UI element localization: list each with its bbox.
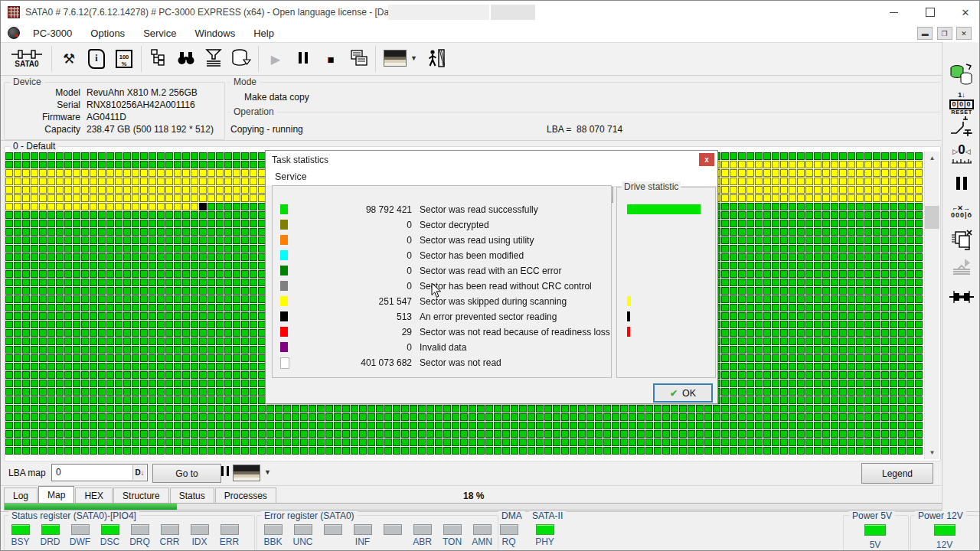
tab-status[interactable]: Status bbox=[170, 487, 214, 504]
toolbar-separator bbox=[141, 46, 142, 72]
menu-item-help[interactable]: Help bbox=[244, 26, 283, 41]
led-ton: TON bbox=[437, 524, 467, 547]
menu-bar: PC-3000OptionsServiceWindowsHelp ▬ ❐ ✕ bbox=[1, 24, 979, 42]
menu-item-pc-3000[interactable]: PC-3000 bbox=[24, 26, 81, 41]
CRR-led bbox=[161, 524, 179, 535]
led-label: UNC bbox=[288, 536, 318, 547]
ok-button[interactable]: ✔ OK bbox=[653, 383, 713, 403]
make-data-copy-button[interactable] bbox=[942, 62, 980, 90]
reset-counter-button[interactable]: 1↓0|0|0RESET bbox=[942, 90, 980, 117]
sata-terminal-button[interactable] bbox=[942, 284, 980, 311]
legend-color-chip bbox=[280, 204, 288, 214]
pause-button[interactable] bbox=[289, 46, 317, 72]
maximize-button[interactable] bbox=[918, 3, 942, 21]
zoom-100-button[interactable]: 100% bbox=[110, 46, 138, 72]
tab-processes[interactable]: Processes bbox=[215, 487, 276, 504]
search-button[interactable] bbox=[172, 46, 200, 72]
progress-bar bbox=[4, 503, 964, 510]
led-amn: AMN bbox=[467, 524, 497, 547]
legend-color-chip bbox=[280, 357, 289, 369]
progress-fill bbox=[5, 504, 177, 510]
pc3000-menu-icon bbox=[8, 27, 20, 39]
scroll-info-icon: i bbox=[88, 49, 105, 69]
map-mode-dropdown-icon[interactable]: ▼ bbox=[264, 468, 271, 476]
PHY-led bbox=[536, 524, 554, 535]
zoom-100-icon: 100% bbox=[116, 50, 132, 69]
map-label: 0 - Default bbox=[10, 141, 58, 152]
led-label: DSC bbox=[95, 536, 125, 547]
statistic-row: 0Sector decrypted bbox=[273, 217, 611, 233]
counter-clear-button[interactable]: ⌐✕→000|ō bbox=[942, 198, 980, 226]
map-mode-thumbnail[interactable] bbox=[233, 465, 260, 481]
view-tabs: LogMapHEXStructureStatusProcesses bbox=[4, 487, 277, 504]
exit-button[interactable] bbox=[422, 46, 449, 72]
RQ-led bbox=[500, 524, 518, 535]
tab-log[interactable]: Log bbox=[4, 487, 38, 504]
pause-indicator-icon[interactable] bbox=[220, 466, 230, 478]
pc3000-window: SATA0 # 7.6.12(7.6.12.14278) # PC-3000 E… bbox=[0, 0, 980, 551]
app-icon bbox=[8, 6, 20, 18]
led-phy: PHY bbox=[530, 524, 560, 547]
goto-button[interactable]: Go to bbox=[152, 464, 221, 483]
mdi-close-button[interactable]: ✕ bbox=[956, 27, 972, 40]
structure-button[interactable] bbox=[145, 46, 172, 72]
minimize-button[interactable] bbox=[881, 3, 906, 21]
INF-led bbox=[354, 524, 372, 535]
tab-structure[interactable]: Structure bbox=[113, 487, 169, 504]
menu-item-windows[interactable]: Windows bbox=[185, 26, 244, 41]
statistic-value: 513 bbox=[296, 311, 412, 322]
status-panel: Status register (SATA0)-[PIO4] BSYDRDDWF… bbox=[1, 511, 980, 551]
tile-windows-button[interactable] bbox=[345, 46, 372, 72]
legend-button-label: Legend bbox=[882, 468, 913, 479]
scroll-up-button[interactable]: ▲ bbox=[925, 152, 939, 165]
main-toolbar: SATA0⚒i100%▶■▼ bbox=[1, 42, 979, 76]
menu-item-options[interactable]: Options bbox=[81, 26, 134, 41]
scroll-thumb[interactable] bbox=[925, 206, 939, 229]
ERR-led bbox=[220, 524, 239, 535]
dialog-menu-service[interactable]: Service bbox=[275, 171, 307, 182]
database-button[interactable] bbox=[227, 46, 255, 72]
map-view-button[interactable]: ▼ bbox=[379, 46, 422, 72]
legend-button[interactable]: Legend bbox=[861, 463, 933, 484]
statistic-value: 98 792 421 bbox=[296, 204, 412, 215]
progress-percent-label: 18 % bbox=[463, 491, 484, 501]
statistics-list: 98 792 421Sector was read successfully0S… bbox=[272, 185, 612, 378]
mdi-minimize-button[interactable]: ▬ bbox=[917, 27, 933, 40]
pause-button[interactable] bbox=[942, 171, 980, 198]
drive-statistic-bar bbox=[627, 296, 631, 306]
device-field-label: Capacity bbox=[5, 124, 80, 135]
device-field-value: RNX810256AH42A001116 bbox=[87, 99, 195, 110]
tab-map[interactable]: Map bbox=[38, 486, 74, 504]
led-label: INF bbox=[348, 536, 377, 547]
menu-item-service[interactable]: Service bbox=[134, 26, 185, 41]
stop-icon: ■ bbox=[327, 53, 334, 66]
led-unlabeled bbox=[377, 524, 407, 536]
dialog-close-button[interactable]: x bbox=[699, 153, 714, 166]
tab-hex[interactable]: HEX bbox=[75, 487, 113, 504]
statistic-label: Sector decrypted bbox=[420, 220, 489, 230]
lba-zero-ruler-button[interactable]: ▷0◁ bbox=[942, 140, 980, 168]
led-label: BSY bbox=[5, 536, 35, 547]
title-bar: SATA0 # 7.6.12(7.6.12.14278) # PC-3000 E… bbox=[1, 1, 979, 24]
statistic-label: Sector has been read without CRC control bbox=[420, 281, 592, 292]
AMN-led bbox=[473, 524, 492, 535]
map-scrollbar[interactable]: ▲ ▼ bbox=[924, 152, 939, 459]
sata0-port-button[interactable]: SATA0 bbox=[5, 46, 48, 72]
lba-dec-button[interactable]: D↓ bbox=[132, 465, 146, 480]
statistic-label: Sector was read successfully bbox=[420, 204, 538, 215]
structure-tree-icon bbox=[149, 49, 168, 70]
filter-button[interactable] bbox=[200, 46, 227, 72]
close-button[interactable]: ✕ bbox=[953, 3, 978, 21]
stop-button[interactable]: ■ bbox=[317, 46, 345, 72]
mdi-restore-button[interactable]: ❐ bbox=[937, 27, 952, 40]
sata2-title: SATA-II bbox=[529, 510, 566, 521]
scroll-down-button[interactable]: ▼ bbox=[925, 446, 939, 459]
statistic-label: Sector was read using utility bbox=[420, 235, 534, 246]
close-windows-button[interactable] bbox=[942, 227, 980, 255]
script-info-button[interactable]: i bbox=[83, 46, 110, 72]
power-switch-button[interactable] bbox=[942, 114, 980, 142]
statistic-value: 0 bbox=[296, 281, 412, 292]
utility-tools-button[interactable]: ⚒ bbox=[55, 46, 83, 72]
lba-input[interactable]: 0 D↓ bbox=[51, 464, 148, 481]
device-field-value: AG0411D bbox=[87, 112, 126, 122]
